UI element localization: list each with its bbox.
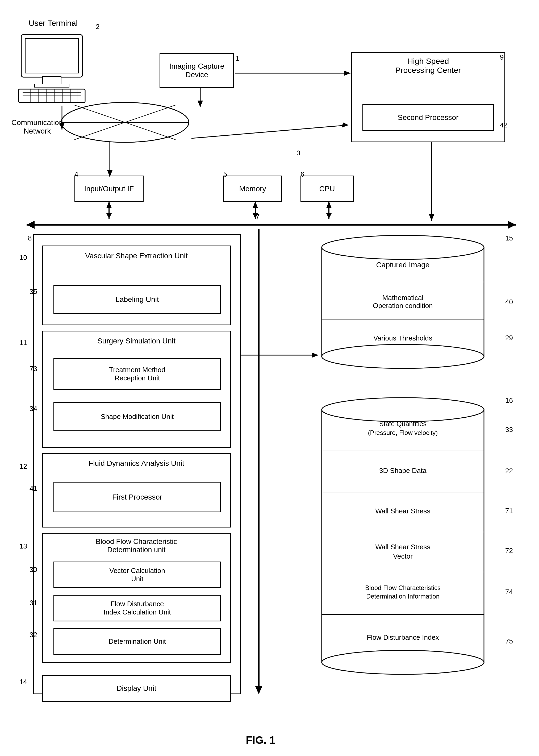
svg-marker-32 bbox=[326, 213, 332, 219]
svg-marker-23 bbox=[508, 221, 516, 229]
svg-marker-28 bbox=[253, 202, 258, 208]
labeling-unit-label: Labeling Unit bbox=[116, 295, 159, 304]
num-12: 12 bbox=[19, 462, 27, 470]
svg-marker-68 bbox=[342, 123, 348, 128]
num-71: 71 bbox=[505, 507, 513, 515]
num-4: 4 bbox=[74, 170, 78, 179]
memory-label: Memory bbox=[239, 185, 266, 193]
num-1: 1 bbox=[235, 54, 239, 63]
determination-unit-box: Determination Unit bbox=[53, 628, 221, 655]
num-33: 33 bbox=[505, 426, 513, 434]
svg-text:Operation condition: Operation condition bbox=[373, 302, 433, 310]
svg-text:(Pressure, Flow velocity): (Pressure, Flow velocity) bbox=[368, 429, 438, 436]
num-30: 30 bbox=[30, 565, 37, 574]
svg-marker-62 bbox=[59, 123, 65, 129]
treatment-method-label: Treatment Method Reception Unit bbox=[109, 366, 165, 382]
bus-arrow bbox=[16, 218, 526, 231]
svg-text:Wall Shear Stress: Wall Shear Stress bbox=[375, 507, 430, 515]
svg-marker-64 bbox=[197, 101, 203, 107]
num-35: 35 bbox=[30, 288, 37, 296]
svg-text:State Quantities: State Quantities bbox=[379, 420, 426, 428]
num-22: 22 bbox=[505, 467, 513, 475]
high-speed-to-bus bbox=[427, 142, 435, 223]
num-13: 13 bbox=[19, 542, 27, 550]
determination-unit-label: Determination Unit bbox=[109, 637, 166, 646]
svg-rect-3 bbox=[35, 84, 69, 87]
io-arrow bbox=[105, 202, 113, 220]
comm-network-label: Communication Network bbox=[8, 119, 66, 135]
num-11: 11 bbox=[19, 339, 27, 347]
io-if-box: Input/Output IF bbox=[74, 176, 144, 202]
num-16: 16 bbox=[505, 396, 513, 405]
cpu-box: CPU bbox=[300, 176, 354, 202]
database-1: Captured Image Mathematical Operation co… bbox=[319, 234, 487, 373]
second-processor-box: Second Processor bbox=[362, 104, 494, 131]
first-processor-label: First Processor bbox=[112, 493, 162, 501]
high-speed-to-network bbox=[192, 120, 356, 141]
num-75: 75 bbox=[505, 637, 513, 645]
flow-disturbance-calc-label: Flow Disturbance Index Calculation Unit bbox=[104, 600, 171, 616]
num-34: 34 bbox=[30, 405, 37, 413]
svg-marker-72 bbox=[344, 70, 350, 76]
imaging-to-network bbox=[196, 87, 204, 109]
svg-text:Blood Flow Characteristics: Blood Flow Characteristics bbox=[365, 584, 441, 591]
num-41: 41 bbox=[30, 484, 37, 493]
svg-text:Determination Information: Determination Information bbox=[366, 593, 439, 600]
num-72: 72 bbox=[505, 546, 513, 555]
svg-point-46 bbox=[322, 650, 484, 674]
svg-text:Flow Disturbance Index: Flow Disturbance Index bbox=[367, 633, 439, 641]
memory-box: Memory bbox=[223, 176, 282, 202]
svg-rect-1 bbox=[25, 39, 78, 73]
user-terminal-label: User Terminal bbox=[13, 19, 93, 28]
num-6: 6 bbox=[300, 170, 304, 179]
num-2: 2 bbox=[96, 23, 100, 31]
svg-rect-44 bbox=[322, 410, 484, 662]
blood-flow-label: Blood Flow Characteristic Determination … bbox=[43, 538, 230, 554]
svg-marker-26 bbox=[106, 213, 112, 219]
num-42: 42 bbox=[500, 121, 507, 129]
cpu-label: CPU bbox=[319, 185, 335, 193]
surgery-sim-label: Surgery Simulation Unit bbox=[43, 337, 230, 345]
high-speed-label: High Speed Processing Center bbox=[352, 57, 504, 75]
svg-text:Vector: Vector bbox=[393, 552, 413, 560]
num-8: 8 bbox=[28, 234, 32, 242]
svg-point-37 bbox=[322, 345, 484, 369]
treatment-method-box: Treatment Method Reception Unit bbox=[53, 358, 221, 390]
first-processor-box: First Processor bbox=[53, 482, 221, 512]
vector-calc-box: Vector Calculation Unit bbox=[53, 561, 221, 588]
fluid-dynamics-outer-box: Fluid Dynamics Analysis Unit 41 First Pr… bbox=[42, 453, 231, 528]
io-if-label: Input/Output IF bbox=[84, 185, 134, 193]
flow-disturbance-calc-box: Flow Disturbance Index Calculation Unit bbox=[53, 595, 221, 622]
svg-point-45 bbox=[322, 398, 484, 422]
num-5: 5 bbox=[223, 170, 227, 179]
vector-calc-label: Vector Calculation Unit bbox=[109, 567, 165, 583]
svg-marker-22 bbox=[27, 221, 35, 229]
shape-modification-label: Shape Modification Unit bbox=[101, 413, 174, 421]
num-73: 73 bbox=[30, 365, 37, 373]
network-to-io bbox=[106, 142, 114, 178]
svg-marker-66 bbox=[107, 170, 113, 177]
svg-text:3D Shape Data: 3D Shape Data bbox=[379, 466, 426, 474]
svg-marker-70 bbox=[429, 214, 434, 221]
num-32: 32 bbox=[30, 631, 37, 639]
fluid-dynamics-label: Fluid Dynamics Analysis Unit bbox=[43, 459, 230, 468]
num-14: 14 bbox=[19, 678, 27, 686]
surgery-sim-outer-box: Surgery Simulation Unit 73 Treatment Met… bbox=[42, 331, 231, 448]
high-speed-processing-center-box: High Speed Processing Center Second Proc… bbox=[351, 52, 505, 142]
svg-rect-2 bbox=[42, 77, 61, 85]
svg-text:Wall Shear Stress: Wall Shear Stress bbox=[375, 543, 430, 551]
num-40: 40 bbox=[505, 298, 513, 306]
svg-marker-31 bbox=[326, 202, 332, 208]
memory-arrow bbox=[251, 202, 259, 220]
imaging-capture-device-label: Imaging Capture Device bbox=[169, 62, 224, 79]
blood-flow-outer-box: Blood Flow Characteristic Determination … bbox=[42, 533, 231, 663]
shape-modification-box: Shape Modification Unit bbox=[53, 402, 221, 431]
user-terminal-icon bbox=[13, 32, 93, 106]
labeling-unit-box: Labeling Unit bbox=[53, 285, 221, 314]
num-10: 10 bbox=[19, 254, 27, 262]
imaging-to-highspeed bbox=[235, 69, 352, 77]
num-15: 15 bbox=[505, 234, 513, 242]
database-2: State Quantities (Pressure, Flow velocit… bbox=[319, 396, 487, 676]
num-29: 29 bbox=[505, 334, 513, 342]
fig-label: FIG. 1 bbox=[234, 734, 287, 746]
